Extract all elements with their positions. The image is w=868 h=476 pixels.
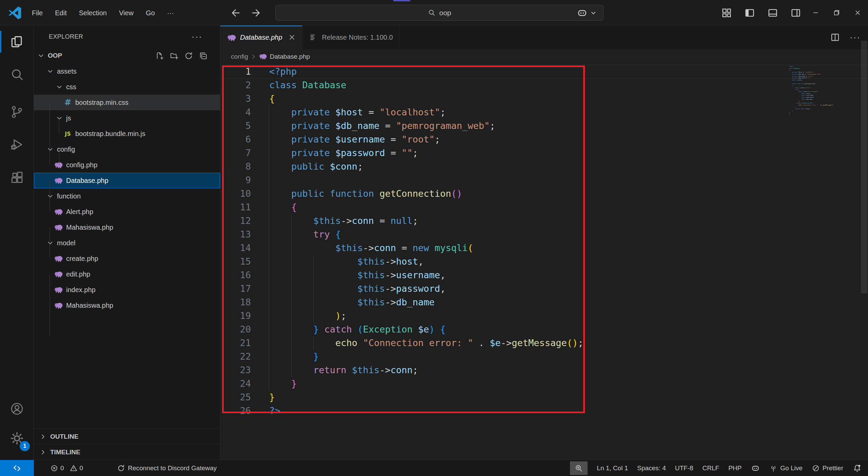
code-token	[789, 79, 792, 80]
code-token: catch	[797, 102, 801, 103]
search-value: oop	[439, 9, 451, 17]
activity-explorer-icon[interactable]	[0, 30, 34, 54]
customize-layout-icon[interactable]	[721, 7, 732, 19]
activity-gear-icon[interactable]: 1	[0, 426, 34, 451]
minimize-button[interactable]	[805, 0, 826, 25]
code-token	[789, 83, 792, 84]
copilot-menu[interactable]	[576, 7, 597, 19]
tree-item-edit-php[interactable]: edit.php	[34, 266, 220, 282]
chevron-down-icon	[56, 114, 63, 122]
code-token: {	[792, 85, 793, 86]
tree-item-js[interactable]: js	[34, 110, 220, 126]
timeline-section[interactable]: TIMELINE	[34, 444, 220, 460]
menu-view[interactable]: View	[113, 5, 140, 21]
toggle-panel-icon[interactable]	[767, 7, 778, 19]
code-token: =	[804, 87, 806, 88]
toggle-secondary-sidebar-icon[interactable]	[790, 7, 802, 19]
code-token: $this	[802, 96, 806, 98]
code-token	[789, 104, 798, 106]
code-line-26[interactable]: ?>	[789, 114, 836, 116]
indentation-status[interactable]: Spaces: 4	[637, 464, 666, 472]
discord-status[interactable]: Reconnect to Discord Gateway	[117, 464, 217, 472]
warning-count: 0	[80, 464, 83, 472]
encoding-status[interactable]: UTF-8	[675, 464, 693, 472]
back-arrow-icon[interactable]	[231, 7, 241, 18]
menu-overflow-icon[interactable]: ···	[161, 5, 180, 21]
activity-account-icon[interactable]	[0, 397, 34, 421]
tree-item-database-php[interactable]: Database.php	[34, 173, 220, 188]
activity-run-debug-icon[interactable]	[0, 132, 34, 157]
tab-release-notes-1-100-0[interactable]: Release Notes: 1.100.0	[302, 25, 399, 49]
explorer-sidebar: EXPLORER ··· OOPassetscss#bootstrap.min.…	[34, 25, 220, 460]
tree-item-bootstrap-bundle-min-js[interactable]: JSbootstrap.bundle.min.js	[34, 126, 220, 141]
code-token: private	[792, 73, 797, 75]
eol-status[interactable]: CRLF	[703, 464, 719, 472]
minimap[interactable]: <?phpclass Database{ private $host = "lo…	[789, 65, 836, 127]
close-tab-icon[interactable]	[288, 33, 296, 41]
tree-item-create-php[interactable]: create.php	[34, 251, 220, 266]
close-button[interactable]	[847, 0, 868, 25]
new-folder-icon[interactable]	[170, 51, 179, 60]
tree-item-label: config.php	[66, 161, 97, 169]
menu-selection[interactable]: Selection	[73, 5, 113, 21]
tree-item-css[interactable]: css	[34, 79, 220, 95]
prettier-button[interactable]: Prettier	[812, 464, 843, 472]
tree-item-assets[interactable]: assets	[34, 63, 220, 79]
forward-arrow-icon[interactable]	[250, 7, 261, 18]
chevron-down-icon	[46, 192, 54, 200]
new-file-icon[interactable]	[155, 51, 164, 60]
tree-item-mahasiswa-php[interactable]: Mahasiswa.php	[34, 298, 220, 313]
menu-edit[interactable]: Edit	[49, 5, 73, 21]
remote-indicator[interactable]	[0, 460, 34, 476]
activity-extensions-icon[interactable]	[0, 165, 34, 190]
refresh-icon[interactable]	[184, 51, 193, 60]
tree-item-model[interactable]: model	[34, 235, 220, 251]
code-token: "pemrograman_web"	[807, 73, 820, 75]
activity-search-icon[interactable]	[0, 63, 34, 87]
tree-indent-guide	[50, 274, 50, 337]
split-editor-icon[interactable]	[830, 32, 840, 42]
go-live-button[interactable]: Go Live	[769, 464, 802, 472]
tree-item-label: assets	[57, 68, 77, 75]
language-mode[interactable]: PHP	[728, 464, 742, 472]
code-token: class	[789, 68, 793, 69]
breadcrumb-file[interactable]: Database.php	[270, 53, 310, 60]
cursor-position[interactable]: Ln 1, Col 1	[597, 464, 628, 472]
tree-item-index-php[interactable]: index.php	[34, 282, 220, 298]
code-token: {	[798, 89, 799, 90]
toggle-primary-sidebar-icon[interactable]	[744, 7, 755, 19]
breadcrumb[interactable]: config Database.php	[220, 49, 868, 64]
editor-scrollbar[interactable]	[861, 41, 867, 293]
code-line-21[interactable]: echo "Connection error: " . $e->getMessa…	[789, 104, 836, 106]
problems-status[interactable]: 0 0	[50, 464, 83, 472]
copilot-status-icon[interactable]	[751, 463, 760, 473]
code-editor[interactable]: 1234567891011121314151617181920212223242…	[220, 64, 868, 460]
code-token: $this	[802, 98, 806, 100]
tree-item-oop[interactable]: OOP	[34, 48, 220, 63]
tab-database-php[interactable]: Database.php	[220, 25, 302, 49]
activity-source-control-icon[interactable]	[0, 100, 34, 124]
code-token: ;	[809, 77, 810, 79]
notifications-bell-icon[interactable]	[852, 463, 862, 473]
tree-item-function[interactable]: function	[34, 188, 220, 204]
tree-item-bootstrap-min-css[interactable]: #bootstrap.min.css	[34, 95, 220, 110]
tree-item-config[interactable]: config	[34, 141, 220, 157]
tree-item-config-php[interactable]: config.php	[34, 157, 220, 173]
restore-button[interactable]	[826, 0, 847, 25]
explorer-more-actions-icon[interactable]: ···	[192, 32, 202, 42]
command-center-search[interactable]: oop	[275, 5, 604, 21]
editor-more-actions-icon[interactable]: ···	[850, 32, 861, 43]
menu-go[interactable]: Go	[140, 5, 161, 21]
collapse-all-icon[interactable]	[199, 51, 208, 60]
tree-item-mahasiswa-php[interactable]: Mahasiswa.php	[34, 220, 220, 235]
outline-section[interactable]: OUTLINE	[34, 429, 220, 444]
code-token: ;	[802, 79, 802, 80]
chevron-right-icon	[39, 433, 47, 440]
tree-item-alert-php[interactable]: Alert.php	[34, 204, 220, 220]
breadcrumb-folder[interactable]: config	[231, 53, 248, 60]
menu-file[interactable]: File	[26, 5, 49, 21]
zoom-indicator-button[interactable]	[570, 461, 588, 475]
code-token: $this	[795, 87, 799, 88]
php-file-icon	[54, 254, 63, 263]
php-file-icon	[54, 208, 63, 216]
